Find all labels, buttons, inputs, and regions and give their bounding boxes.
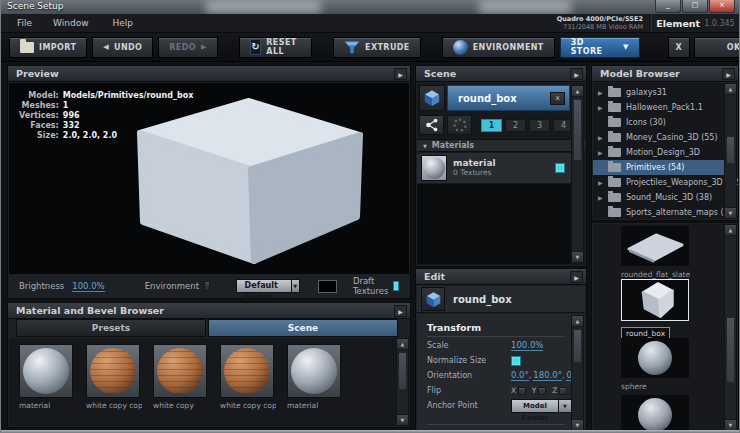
group-button-2[interactable]: 2	[505, 119, 526, 132]
tree-item-projectiles-weapons[interactable]: ▶ Projectiles_Weapons_3D (52)	[593, 175, 724, 190]
flip-z-checkbox[interactable]	[559, 387, 567, 395]
preview-viewport[interactable]: Model: Models/Primitives/round_box Meshe…	[9, 83, 409, 274]
panel-arrow-icon[interactable]: ▶	[394, 68, 407, 80]
orientation-y-value[interactable]: 180.0°	[533, 370, 562, 381]
tree-item-motion-design[interactable]: ▶ Motion_Design_3D	[593, 145, 724, 160]
remove-item-button[interactable]: x	[550, 92, 565, 105]
scroll-up-icon[interactable]: ▲	[572, 86, 583, 97]
model-item-sphere[interactable]: sphere	[621, 338, 697, 391]
cancel-button[interactable]: X	[668, 37, 690, 58]
group-button-1[interactable]: 1	[481, 119, 502, 132]
model-tree-scrollbar[interactable]: ▲ ▼	[724, 83, 737, 219]
menu-file[interactable]: File	[17, 18, 32, 28]
edit-scrollbar[interactable]: ▲ ▼	[571, 315, 584, 431]
window-close-button[interactable]: ×	[709, 0, 735, 13]
scroll-down-icon[interactable]: ▼	[397, 414, 408, 425]
scrollbar-thumb[interactable]	[398, 352, 407, 390]
transform-section-header[interactable]: Transform	[427, 322, 565, 337]
material-thumbnail[interactable]	[153, 344, 207, 398]
minimize-button[interactable]: _	[655, 0, 681, 13]
tree-item-icons[interactable]: ▶ Icons (30)	[593, 115, 724, 130]
material-item[interactable]: white copy	[153, 344, 209, 426]
materials-section-header[interactable]: ▼ Materials	[417, 139, 585, 152]
reset-all-button[interactable]: ↻ RESET ALL	[239, 37, 312, 58]
tree-item-sports-alternate-maps[interactable]: ▶ Sports_alternate_maps (37)	[593, 205, 724, 220]
tree-item-primitives[interactable]: ▶ Primitives (54)	[593, 160, 724, 175]
extrude-button[interactable]: EXTRUDE	[333, 37, 421, 58]
scrollbar-thumb[interactable]	[573, 99, 582, 161]
material-item[interactable]: white copy cop	[220, 344, 276, 426]
ok-button[interactable]: OK	[694, 37, 740, 58]
material-item[interactable]: material	[19, 344, 75, 426]
draft-textures-checkbox[interactable]	[393, 281, 399, 291]
model-thumbnail-selected[interactable]	[621, 279, 689, 321]
model-thumbnail[interactable]	[621, 395, 689, 431]
anchor-point-dropdown[interactable]: Model Center ▼	[511, 399, 572, 413]
model-item-rounded-flat-slate[interactable]: rounded_flat_slate	[621, 226, 697, 279]
particles-button[interactable]	[447, 115, 472, 135]
3d-store-button[interactable]: 3D STORE ▼	[560, 37, 640, 58]
tree-item-sound-music[interactable]: ▶ Sound_Music_3D (38)	[593, 190, 724, 205]
flip-x-checkbox[interactable]	[518, 387, 526, 395]
expand-icon[interactable]: ▶	[598, 194, 608, 201]
expand-icon[interactable]: ▶	[598, 134, 608, 141]
scene-material-row[interactable]: material 0 Textures	[417, 153, 571, 183]
material-item[interactable]: white copy cop	[86, 344, 142, 426]
tree-item-galaxys31[interactable]: ▶ galaxys31	[593, 85, 724, 100]
panel-arrow-icon[interactable]: ▶	[394, 305, 407, 317]
model-thumbnail[interactable]	[621, 226, 689, 266]
scene-scrollbar[interactable]: ▲ ▼	[571, 85, 584, 263]
expand-icon[interactable]: ▶	[598, 89, 608, 96]
scrollbar-thumb[interactable]	[726, 136, 735, 164]
redo-button[interactable]: REDO ▶	[158, 37, 217, 58]
tab-scene[interactable]: Scene	[208, 319, 398, 337]
scroll-up-icon[interactable]: ▲	[725, 225, 736, 236]
tab-presets[interactable]: Presets	[16, 319, 206, 337]
material-browser-scrollbar[interactable]: ▲ ▼	[396, 338, 409, 426]
background-color-swatch[interactable]	[318, 280, 337, 293]
group-button-4[interactable]: 4	[553, 119, 570, 132]
flip-y-checkbox[interactable]	[538, 387, 546, 395]
environment-checkbox[interactable]	[204, 281, 210, 291]
material-thumbnail[interactable]	[287, 344, 341, 398]
material-item[interactable]: material	[287, 344, 343, 426]
material-thumbnail[interactable]	[19, 344, 73, 398]
expand-icon[interactable]: ▶	[598, 104, 608, 111]
tree-item-halloween-pack[interactable]: ▶ Halloween_Pack1.1	[593, 100, 724, 115]
scroll-down-icon[interactable]: ▼	[725, 207, 736, 218]
model-thumbnail[interactable]	[621, 338, 689, 378]
scroll-down-icon[interactable]: ▼	[572, 419, 583, 430]
orientation-x-value[interactable]: 0.0°	[511, 370, 529, 381]
brightness-value[interactable]: 100.0%	[72, 281, 104, 292]
menu-help[interactable]: Help	[113, 18, 134, 28]
panel-arrow-icon[interactable]: ▶	[570, 68, 583, 80]
scroll-up-icon[interactable]: ▲	[725, 84, 736, 95]
material-thumbnail[interactable]	[86, 344, 140, 398]
title-bar[interactable]: Scene Setup _ □ ×	[1, 0, 739, 14]
import-button[interactable]: IMPORT	[9, 37, 87, 58]
expand-icon[interactable]: ▶	[598, 179, 608, 186]
scene-item-round-box[interactable]: round_box x	[447, 85, 570, 111]
scrollbar-thumb[interactable]	[573, 329, 582, 363]
menu-window[interactable]: Window	[53, 18, 89, 28]
scroll-up-icon[interactable]: ▲	[572, 316, 583, 327]
scrollbar-thumb[interactable]	[726, 317, 735, 383]
model-item-partial[interactable]	[621, 395, 697, 431]
expand-icon[interactable]: ▶	[598, 149, 608, 156]
group-button-3[interactable]: 3	[529, 119, 550, 132]
normalize-size-checkbox[interactable]	[511, 356, 521, 366]
environment-button[interactable]: ENVIRONMENT	[442, 37, 555, 58]
maximize-button[interactable]: □	[682, 0, 708, 13]
hierarchy-button[interactable]	[419, 115, 444, 135]
material-thumbnail[interactable]	[220, 344, 274, 398]
lights-dropdown[interactable]: Default Lights ▼	[236, 279, 300, 293]
material-enabled-checkbox[interactable]	[555, 163, 565, 173]
undo-button[interactable]: ◀ UNDO	[92, 37, 153, 58]
model-item-round-box[interactable]: round_box	[621, 279, 697, 340]
scroll-down-icon[interactable]: ▼	[572, 251, 583, 262]
scroll-down-icon[interactable]: ▼	[725, 419, 736, 430]
model-list-scrollbar[interactable]: ▲ ▼	[724, 224, 737, 431]
tree-item-money-casino[interactable]: ▶ Money_Casino_3D (55)	[593, 130, 724, 145]
panel-arrow-icon[interactable]: ▶	[722, 68, 735, 80]
panel-arrow-icon[interactable]: ▶	[570, 271, 583, 283]
